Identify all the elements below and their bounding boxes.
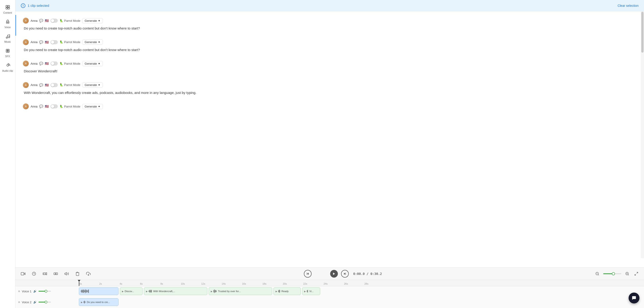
- generate-btn-4[interactable]: Generate ✦: [82, 82, 103, 88]
- track-voice1: ≡ Voice 1 🔊 ▶ Discov...: [16, 286, 644, 296]
- parrot-mode-2: 🦜 Parrot Mode: [60, 40, 80, 44]
- clip-label-v1-5: Ready: [282, 290, 289, 292]
- svg-line-29: [598, 274, 599, 275]
- skip-forward-button[interactable]: [341, 270, 349, 278]
- chat-icon-5: 💬: [39, 105, 43, 108]
- svg-rect-18: [54, 273, 56, 274]
- svg-rect-24: [307, 273, 307, 275]
- tick-4s: 4s: [120, 282, 140, 285]
- info-icon: i: [21, 4, 26, 8]
- clear-selection-button[interactable]: Clear selection: [618, 4, 638, 8]
- play-icon-v1-6: ▶: [304, 290, 306, 292]
- sidebar-item-music[interactable]: Music: [1, 31, 14, 45]
- toggle-1[interactable]: [50, 19, 58, 23]
- timeline-clip-v1-5[interactable]: ▶ Ready: [274, 287, 301, 295]
- split-icon[interactable]: [52, 270, 59, 277]
- download-icon[interactable]: [85, 270, 92, 277]
- generate-btn-3[interactable]: Generate ✦: [82, 61, 103, 66]
- tick-6s: 6s: [140, 282, 160, 285]
- clip-text-1[interactable]: Do you need to create top-notch audio co…: [23, 26, 638, 31]
- tick-8s: 8s: [160, 282, 181, 285]
- play-button[interactable]: [330, 270, 338, 278]
- waveform-v1-5: [278, 289, 280, 293]
- avatar-3: A: [23, 61, 29, 67]
- track-name-voice1: Voice 1: [22, 290, 32, 293]
- zoom-slider[interactable]: [603, 273, 621, 274]
- svg-marker-15: [46, 273, 47, 275]
- zoom-out-icon[interactable]: [594, 270, 600, 277]
- sidebar-item-voice-label: Voice: [4, 26, 11, 29]
- voice-icon: [4, 19, 11, 25]
- delete-icon[interactable]: [74, 270, 81, 277]
- track-label-voice2: ≡ Voice 2 🔊: [16, 300, 79, 304]
- time-total: 0:30.2: [370, 272, 382, 275]
- add-clip-icon[interactable]: [42, 270, 48, 277]
- zoom-slider-thumb: [612, 272, 615, 275]
- timeline-clip-v1-4[interactable]: ▶ Trusted by over for...: [209, 287, 272, 295]
- chat-button[interactable]: [628, 292, 640, 303]
- track-mute-voice2[interactable]: 🔊: [33, 300, 37, 304]
- sidebar-item-content[interactable]: Content: [1, 2, 14, 16]
- time-display: 0:00.0 / 0:30.2: [353, 272, 382, 275]
- clip-header-4: A Anna 💬 🇺🇸 🦜 Parrot Mode Generate ✦: [23, 82, 638, 88]
- time-current: 0:00.0: [353, 272, 365, 275]
- svg-rect-27: [345, 273, 346, 275]
- zoom-slider-container[interactable]: [603, 273, 621, 274]
- chat-icon-3: 💬: [39, 62, 43, 65]
- generate-btn-2[interactable]: Generate ✦: [82, 40, 103, 45]
- clip-label-v1-4: Trusted by over for...: [218, 290, 241, 292]
- clip-label-v1-6: Vi...: [309, 290, 314, 292]
- track-mute-voice1[interactable]: 🔊: [33, 290, 37, 293]
- toggle-2[interactable]: [50, 40, 58, 44]
- volume-slider-voice2[interactable]: [38, 302, 51, 302]
- toggle-3[interactable]: [50, 62, 58, 66]
- toggle-wrap-3[interactable]: [50, 62, 58, 66]
- timeline-clip-v1-2[interactable]: ▶ Discov...: [120, 287, 142, 295]
- toggle-wrap-2[interactable]: [50, 40, 58, 44]
- generate-btn-1[interactable]: Generate ✦: [82, 18, 103, 23]
- chat-icon-4: 💬: [39, 83, 43, 87]
- fullscreen-icon[interactable]: [633, 270, 640, 277]
- voice-name-5: Anna: [30, 105, 38, 108]
- clip-text-2[interactable]: Do you need to create top-notch audio co…: [23, 47, 638, 53]
- timeline-clip-v1-1[interactable]: [79, 287, 118, 295]
- scrollbar-thumb[interactable]: [641, 12, 644, 53]
- timeline-clip-v2-1[interactable]: ▶ Do you need to cre...: [79, 298, 118, 306]
- camera-icon[interactable]: [20, 270, 26, 277]
- waveform-v1-6: [307, 289, 308, 293]
- parrot-mode-1: 🦜 Parrot Mode: [60, 19, 80, 23]
- clip-label-v2-1: Do you need to cre...: [87, 301, 110, 303]
- toggle-wrap-1[interactable]: [50, 19, 58, 23]
- toggle-5[interactable]: [50, 104, 58, 108]
- clip-text-4[interactable]: With Wondercraft, you can effortlessly c…: [23, 90, 638, 96]
- clip-block-4: A Anna 💬 🇺🇸 🦜 Parrot Mode Generate ✦ Wit…: [16, 79, 644, 100]
- toggle-4[interactable]: [50, 83, 58, 87]
- volume-slider-voice1[interactable]: [38, 291, 51, 292]
- clip-label-v1-2: Discov...: [125, 290, 134, 292]
- timeline-area[interactable]: 0s 2s 4s 6s 8s 10s 12s 14s 16s 18s 20s 2…: [16, 280, 644, 308]
- volume-icon[interactable]: [64, 270, 70, 277]
- toggle-wrap-4[interactable]: [50, 83, 58, 87]
- toolbar-center: 0:00.0 / 0:30.2: [304, 270, 382, 278]
- sidebar-item-sfx[interactable]: SFX: [1, 46, 14, 59]
- generate-btn-5[interactable]: Generate ✦: [82, 104, 103, 109]
- toggle-wrap-5[interactable]: [50, 104, 58, 108]
- timeline-clip-v1-3[interactable]: ▶ With Wondercraft,...: [144, 287, 207, 295]
- svg-marker-11: [24, 273, 25, 274]
- skip-back-button[interactable]: [304, 270, 312, 278]
- zoom-in-icon[interactable]: [624, 270, 630, 277]
- tick-12s: 12s: [201, 282, 222, 285]
- voice-name-2: Anna: [30, 40, 38, 44]
- script-area[interactable]: A Anna 💬 🇺🇸 🦜 Parrot Mode Generate ✦ Do …: [16, 11, 644, 267]
- waveform-v2-1: [84, 300, 86, 304]
- flag-4: 🇺🇸: [45, 83, 49, 87]
- history-icon[interactable]: [31, 270, 37, 277]
- track-name-voice2: Voice 2: [22, 300, 32, 304]
- clip-header-3: A Anna 💬 🇺🇸 🦜 Parrot Mode Generate ✦: [23, 61, 638, 67]
- sidebar-item-voice[interactable]: Voice: [1, 17, 14, 30]
- timeline-clip-v1-6[interactable]: ▶ Vi...: [302, 287, 320, 295]
- toggle-knob-5: [51, 105, 54, 108]
- sidebar-item-audioclip[interactable]: Audio clip: [1, 60, 14, 74]
- outer-scrollbar[interactable]: [641, 11, 644, 258]
- clip-text-3[interactable]: Discover Wondercraft!: [23, 69, 638, 74]
